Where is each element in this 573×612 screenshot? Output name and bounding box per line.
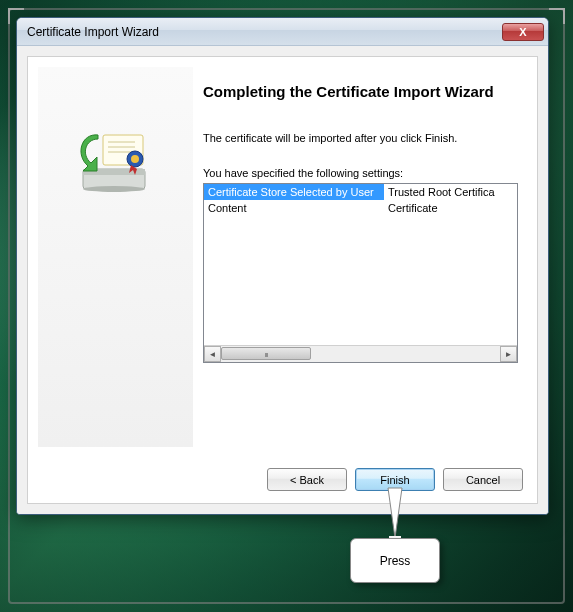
scroll-right-button[interactable]: ►	[500, 346, 517, 362]
settings-label: You have specified the following setting…	[203, 167, 403, 179]
grip-icon: ııı	[264, 349, 268, 358]
close-icon: X	[519, 26, 526, 38]
setting-value: Certificate	[384, 200, 517, 216]
scroll-left-button[interactable]: ◄	[204, 346, 221, 362]
close-button[interactable]: X	[502, 23, 544, 41]
inner-panel: Completing the Certificate Import Wizard…	[27, 56, 538, 504]
table-row[interactable]: Certificate Store Selected by User Trust…	[204, 184, 517, 200]
svg-point-2	[83, 186, 145, 192]
settings-table: Certificate Store Selected by User Trust…	[204, 184, 517, 216]
setting-key: Content	[204, 200, 384, 216]
svg-point-8	[131, 155, 139, 163]
chevron-left-icon: ◄	[209, 350, 217, 359]
page-subtext: The certificate will be imported after y…	[203, 132, 513, 144]
wizard-window: Certificate Import Wizard X	[16, 17, 549, 515]
finish-button[interactable]: Finish	[355, 468, 435, 491]
window-title: Certificate Import Wizard	[27, 25, 502, 39]
horizontal-scrollbar[interactable]: ◄ ııı ►	[204, 345, 517, 362]
button-row: < Back Finish Cancel	[267, 468, 523, 491]
titlebar[interactable]: Certificate Import Wizard X	[17, 18, 548, 46]
table-row[interactable]: Content Certificate	[204, 200, 517, 216]
cancel-button[interactable]: Cancel	[443, 468, 523, 491]
scroll-track[interactable]: ııı	[221, 346, 500, 362]
chevron-right-icon: ►	[505, 350, 513, 359]
page-title: Completing the Certificate Import Wizard	[203, 82, 513, 102]
wizard-sidebar	[38, 67, 193, 447]
settings-listbox[interactable]: Certificate Store Selected by User Trust…	[203, 183, 518, 363]
scroll-thumb[interactable]: ııı	[221, 347, 311, 360]
content-area: Completing the Certificate Import Wizard…	[17, 46, 548, 514]
setting-key: Certificate Store Selected by User	[204, 184, 384, 200]
setting-value: Trusted Root Certifica	[384, 184, 517, 200]
certificate-wizard-icon	[73, 127, 158, 197]
back-button[interactable]: < Back	[267, 468, 347, 491]
